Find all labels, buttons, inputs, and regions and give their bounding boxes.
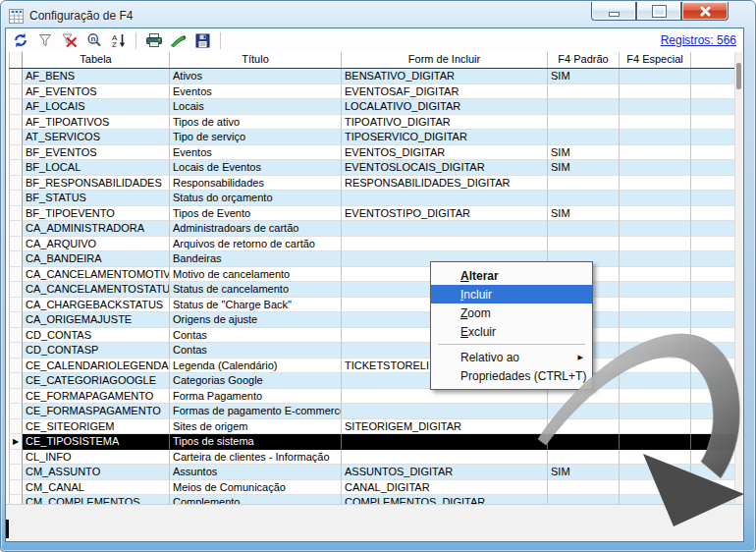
cell-tabela: CM_ASSUNTO: [23, 465, 170, 480]
table-row[interactable]: BF_RESPONSABILIDADESResponsabilidadesRES…: [9, 176, 734, 192]
cell-form: [342, 434, 548, 450]
row-indicator: [9, 237, 23, 252]
table-row[interactable]: CE_CATEGORIAGOOGLECategorias Google: [9, 373, 734, 389]
row-indicator: [9, 465, 23, 480]
header-gutter: [9, 52, 23, 68]
cell-padrao: SIM: [548, 160, 620, 176]
scrollbar-thumb[interactable]: [736, 63, 741, 89]
cell-padrao: SIM: [548, 145, 620, 161]
table-row[interactable]: CA_CHARGEBACKSTATUSStatus de "Charge Bac…: [9, 298, 734, 313]
column-header[interactable]: Form de Incluir: [342, 52, 548, 68]
cell-titulo: Formas de pagamento E-commerce: [170, 404, 342, 419]
table-row[interactable]: CD_CONTASContas: [9, 328, 734, 344]
table-row[interactable]: CM_CANALMeios de ComunicaçãoCANAL_DIGITA…: [9, 480, 734, 496]
cell-form: BENSATIVO_DIGITAR: [342, 69, 548, 84]
cell-especial: [620, 191, 691, 206]
table-row[interactable]: CA_ORIGEMAJUSTEOrigens de ajuste: [9, 312, 734, 328]
save-button[interactable]: [193, 31, 212, 50]
table-row[interactable]: CL_INFOCarteira de clientes - Informação: [9, 450, 734, 466]
menu-item-alterar[interactable]: Alterar: [431, 266, 592, 285]
table-row[interactable]: BF_EVENTOSEventosEVENTOS_DIGITARSIM: [9, 145, 734, 161]
menu-item-label: Propriedades (CTRL+T): [460, 369, 586, 383]
column-header[interactable]: Tabela: [23, 52, 170, 68]
table-row[interactable]: CE_FORMAPAGAMENTOForma Pagamento: [9, 389, 734, 405]
row-indicator: [9, 84, 23, 100]
toolbar-separator: [220, 32, 221, 49]
menu-item-relativo[interactable]: Relativo ao▶: [431, 348, 592, 366]
cell-tabela: CA_CANCELAMENTOMOTIVO: [23, 267, 170, 283]
vertical-scrollbar[interactable]: [734, 52, 742, 504]
maximize-icon: [653, 6, 666, 17]
table-row[interactable]: CE_FORMASPAGAMENTOFormas de pagamento E-…: [9, 404, 734, 419]
toolbar-separator: [135, 32, 136, 49]
row-indicator: [9, 298, 23, 313]
cell-filler: [691, 145, 734, 161]
row-indicator: [9, 480, 23, 496]
table-row[interactable]: CA_CANCELAMENTOSTATUSStatus de cancelame…: [9, 282, 734, 298]
cell-filler: [691, 267, 734, 283]
table-row[interactable]: CA_BANDEIRABandeiras: [9, 251, 734, 267]
cell-titulo: Legenda (Calendário): [170, 359, 342, 374]
row-indicator: [9, 176, 23, 192]
menu-item-propriedades[interactable]: Propriedades (CTRL+T): [431, 366, 592, 385]
table-row[interactable]: AF_TIPOATIVOSTipos de ativoTIPOATIVO_DIG…: [9, 115, 734, 131]
table-row[interactable]: AT_SERVICOSTipo de serviçoTIPOSERVICO_DI…: [9, 130, 734, 145]
sort-button[interactable]: A Z: [109, 31, 128, 50]
column-header[interactable]: Título: [170, 52, 342, 68]
cell-especial: [620, 495, 691, 504]
cell-titulo: Locais de Eventos: [170, 160, 342, 176]
cell-padrao: [548, 495, 620, 504]
text-cursor-icon: [6, 520, 9, 538]
table-row[interactable]: AF_LOCAISLocaisLOCALATIVO_DIGITAR: [9, 99, 734, 115]
cell-form: EVENTOSLOCAIS_DIGITAR: [342, 160, 548, 176]
cell-filler: [691, 115, 734, 131]
status-area: [6, 504, 743, 541]
cell-filler: [691, 206, 734, 222]
table-row[interactable]: AF_EVENTOSEventosEVENTOSAF_DIGITAR: [9, 84, 734, 100]
cell-titulo: Meios de Comunicação: [170, 480, 342, 496]
table-row[interactable]: CE_SITEORIGEMSites de origemSITEORIGEM_D…: [9, 419, 734, 435]
menu-item-zoom[interactable]: Zoom: [431, 304, 592, 322]
menu-item-incluir[interactable]: Incluir: [431, 285, 592, 304]
cell-tabela: CD_CONTASP: [23, 343, 170, 359]
registros-link[interactable]: Registros: 566: [661, 33, 736, 47]
cell-titulo: Tipos de sistema: [170, 434, 342, 450]
find-button[interactable]: n: [84, 31, 103, 50]
cell-tabela: CE_CATEGORIAGOOGLE: [23, 373, 170, 389]
minimize-button[interactable]: [591, 2, 636, 21]
cell-filler: [691, 84, 734, 100]
table-row[interactable]: CD_CONTASPContas: [9, 343, 734, 359]
column-header[interactable]: F4 Padrão: [548, 52, 620, 68]
menu-item-excluir[interactable]: Excluir: [431, 322, 592, 341]
cell-titulo: Status de cancelamento: [170, 282, 342, 298]
table-row[interactable]: ▶CE_TIPOSISTEMATipos de sistema: [9, 434, 734, 450]
table-row[interactable]: CA_ADMINISTRADORAAdministradoars de cart…: [9, 221, 734, 237]
table-row[interactable]: CE_CALENDARIOLEGENDALegenda (Calendário)…: [9, 359, 734, 374]
window-title: Configuração de F4: [29, 9, 133, 23]
cell-form: LOCALATIVO_DIGITAR: [342, 99, 548, 115]
refresh-button[interactable]: [11, 31, 29, 50]
table-row[interactable]: BF_LOCALLocais de EventosEVENTOSLOCAIS_D…: [9, 160, 734, 176]
column-header[interactable]: F4 Especial: [620, 52, 691, 68]
maximize-button[interactable]: [636, 2, 681, 21]
cell-padrao: [548, 221, 620, 237]
cell-especial: [620, 145, 691, 161]
brush-button[interactable]: [169, 31, 188, 50]
filter-button[interactable]: [35, 31, 54, 50]
cell-padrao: [548, 389, 620, 405]
table-row[interactable]: BF_STATUSStatus do orçamento: [9, 191, 734, 206]
table-row[interactable]: CM_ASSUNTOAssuntosASSUNTOS_DIGITARSIM: [9, 465, 734, 480]
cancel-filter-button[interactable]: [60, 31, 79, 50]
header-filler: [691, 52, 734, 68]
table-row[interactable]: AF_BENSAtivosBENSATIVO_DIGITARSIM: [9, 69, 734, 84]
titlebar: Configuração de F4: [9, 5, 618, 27]
close-icon: [699, 5, 712, 18]
close-button[interactable]: [681, 2, 729, 21]
cell-titulo: Categorias Google: [170, 373, 342, 389]
table-row[interactable]: CA_CANCELAMENTOMOTIVOMotivo de cancelame…: [9, 267, 734, 283]
table-row[interactable]: CM_COMPLEMENTOSComplementoCOMPLEMENTOS_D…: [9, 495, 734, 504]
print-button[interactable]: [144, 31, 163, 50]
table-row[interactable]: CA_ARQUIVOArquivos de retorno de cartão: [9, 237, 734, 252]
table-row[interactable]: BF_TIPOEVENTOTipos de EventoEVENTOSTIPO_…: [9, 206, 734, 222]
row-indicator: [9, 495, 23, 504]
